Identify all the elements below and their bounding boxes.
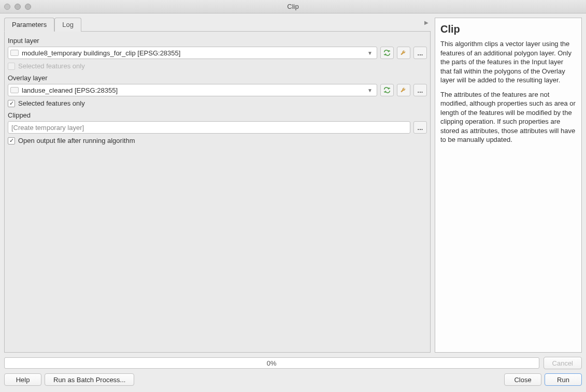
open-after-checkbox[interactable]: ✓ (8, 137, 15, 144)
titlebar: Clip (0, 0, 586, 13)
clipped-label: Clipped (8, 111, 427, 119)
overlay-layer-value: landuse_cleaned [EPSG:28355] (22, 86, 118, 94)
wrench-icon (399, 86, 408, 94)
parameters-panel: Input layer module8_temporary buildings_… (4, 31, 431, 353)
chevron-down-icon: ▼ (365, 50, 375, 56)
run-batch-button[interactable]: Run as Batch Process... (45, 373, 134, 386)
close-button[interactable]: Close (504, 373, 541, 386)
iterate-features-button[interactable] (380, 47, 394, 59)
iterate-icon (383, 86, 391, 94)
progress-bar: 0% (4, 357, 539, 369)
select-input-button[interactable]: ... (413, 47, 427, 59)
clipped-output-input[interactable]: [Create temporary layer] (8, 121, 410, 134)
footer: 0% Cancel Help Run as Batch Process... C… (0, 355, 586, 390)
help-paragraph-2: The attributes of the features are not m… (440, 90, 576, 144)
window-title: Clip (0, 3, 586, 10)
tab-parameters[interactable]: Parameters (4, 18, 54, 32)
iterate-features-button[interactable] (380, 84, 394, 96)
open-after-label: Open output file after running algorithm (18, 137, 135, 144)
help-button[interactable]: Help (4, 373, 41, 386)
clipped-placeholder: [Create temporary layer] (11, 124, 84, 132)
overlay-layer-label: Overlay layer (8, 74, 427, 82)
select-overlay-button[interactable]: ... (413, 84, 427, 96)
help-paragraph-1: This algorithm clips a vector layer usin… (440, 39, 576, 85)
help-title: Clip (440, 22, 576, 36)
overlay-layer-combo[interactable]: landuse_cleaned [EPSG:28355] ▼ (8, 84, 377, 96)
tab-log[interactable]: Log (54, 18, 81, 32)
chevron-down-icon: ▼ (365, 88, 375, 93)
iterate-icon (383, 49, 391, 57)
input-selected-only-label: Selected features only (18, 62, 85, 70)
advanced-options-button[interactable] (397, 47, 410, 59)
advanced-options-button[interactable] (397, 84, 410, 96)
help-panel: Clip This algorithm clips a vector layer… (435, 18, 582, 353)
cancel-button: Cancel (544, 357, 582, 369)
overlay-selected-only-label: Selected features only (18, 99, 85, 107)
run-button[interactable]: Run (545, 373, 582, 386)
input-layer-combo[interactable]: module8_temporary buildings_for_clip [EP… (8, 47, 377, 59)
overlay-selected-only-checkbox[interactable]: ✓ (8, 100, 15, 107)
select-output-button[interactable]: ... (413, 121, 427, 134)
left-panel: Parameters Log ▶ Input layer module8_tem… (4, 18, 431, 353)
wrench-icon (399, 49, 408, 57)
polygon-layer-icon (10, 87, 19, 93)
input-selected-only-checkbox (8, 63, 15, 70)
input-layer-label: Input layer (8, 37, 427, 45)
progress-text: 0% (267, 359, 277, 367)
expand-right-icon[interactable]: ▶ (424, 18, 431, 32)
polygon-layer-icon (10, 50, 19, 56)
input-layer-value: module8_temporary buildings_for_clip [EP… (22, 49, 180, 57)
